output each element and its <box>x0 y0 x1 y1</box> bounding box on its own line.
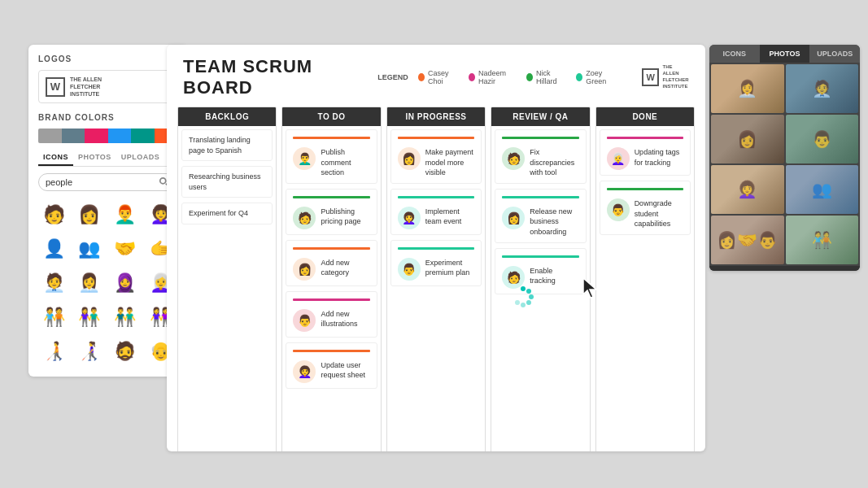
photo-7[interactable]: 👩‍🤝‍👨 <box>711 216 784 264</box>
card-bar-r-3 <box>502 255 578 258</box>
avatar-todo-1: 👨‍🦱 <box>293 147 316 170</box>
card-todo-3[interactable]: 👩Add new category <box>286 240 377 286</box>
card-text-todo-2: Publishing pricing page <box>321 207 369 227</box>
card-backlog-1[interactable]: Translating landing page to Spanish <box>181 129 273 161</box>
card-text-todo-4: Add new illustrations <box>321 309 369 329</box>
org-logo: W THE ALLENFLETCHERINSTITUTE <box>642 64 689 89</box>
card-todo-4[interactable]: 👨Add new illustrations <box>286 291 377 338</box>
logo-name: THE ALLENFLETCHERINSTITUTE <box>70 76 102 98</box>
right-panel-footer <box>709 266 860 271</box>
card-text-ip-1: Make payment model more visible <box>425 147 474 178</box>
board-header: TEAM SCRUM BOARD LEGEND Casey Choi Nadee… <box>167 45 705 107</box>
card-text-ip-2: Implement team event <box>425 207 474 227</box>
card-text-todo-3: Add new category <box>321 258 369 278</box>
card-text-backlog-2: Researching business users <box>189 172 265 192</box>
legend-zoey: Zoey Green <box>576 69 617 85</box>
photo-6[interactable]: 👥 <box>786 165 859 214</box>
card-todo-5[interactable]: 👩‍🦱Update user request sheet <box>286 342 377 389</box>
right-tab-photos[interactable]: PHOTOS <box>760 45 810 63</box>
photo-grid: 👩‍💼 🧑‍💼 👩 👨 👩‍🦱 👥 👩‍🤝‍👨 🧑‍🤝‍🧑 <box>709 63 860 266</box>
icon-person-5[interactable]: 🧑‍💼 <box>38 268 69 298</box>
col-done: DONE 👩‍🦳Updating tags for tracking 👨Down… <box>595 107 695 451</box>
photo-figure-6: 👥 <box>812 180 832 199</box>
card-review-2[interactable]: 👩Release new business onboarding <box>495 189 586 243</box>
photo-3[interactable]: 👩 <box>711 115 784 163</box>
search-box[interactable] <box>38 173 177 191</box>
col-review: REVIEW / QA 🧑Fix discrepancies with tool… <box>491 107 590 451</box>
photo-4[interactable]: 👨 <box>786 115 859 163</box>
tab-photos[interactable]: PHOTOS <box>73 150 116 166</box>
tab-icons[interactable]: ICONS <box>38 150 73 166</box>
tab-uploads[interactable]: UPLOADS <box>116 150 165 166</box>
legend-dot-casey <box>418 73 425 81</box>
legend-casey: Casey Choi <box>418 69 459 85</box>
svg-point-4 <box>529 294 534 299</box>
card-done-2[interactable]: 👨Downgrade student capabilities <box>600 181 691 235</box>
card-text-ip-3: Experiment premium plan <box>425 258 474 278</box>
logo-letter: W <box>46 77 65 97</box>
col-body-inprogress: 👩Make payment model more visible 👩‍🦱Impl… <box>387 126 485 451</box>
legend-dot-nick <box>526 73 533 81</box>
card-inprogress-3[interactable]: 👨Experiment premium plan <box>390 240 482 286</box>
legend-nadeem: Nadeem Hazir <box>469 69 517 85</box>
svg-point-2 <box>521 286 526 291</box>
icon-couple-3[interactable]: 👬 <box>110 302 141 333</box>
card-bar-ip-3 <box>398 247 474 250</box>
col-body-done: 👩‍🦳Updating tags for tracking 👨Downgrade… <box>596 126 694 451</box>
col-header-done: DONE <box>596 107 694 126</box>
photo-figure-4: 👨 <box>812 129 832 149</box>
card-backlog-3[interactable]: Experiment for Q4 <box>181 203 273 224</box>
org-letter: W <box>642 68 659 86</box>
card-text-r-1: Fix discrepancies with tool <box>530 147 578 178</box>
card-todo-2[interactable]: 🧑Publishing pricing page <box>286 189 377 235</box>
icon-couple-2[interactable]: 👫 <box>74 302 105 333</box>
photo-8[interactable]: 🧑‍🤝‍🧑 <box>786 216 859 264</box>
photo-figure-1: 👩‍💼 <box>737 79 757 98</box>
right-tab-uploads[interactable]: UPLOADS <box>809 45 860 63</box>
avatar-todo-5: 👩‍🦱 <box>293 360 316 383</box>
icon-person-2[interactable]: 👩 <box>74 199 105 230</box>
right-tab-icons[interactable]: ICONS <box>709 45 760 63</box>
brand-colors <box>38 129 177 143</box>
card-review-1[interactable]: 🧑Fix discrepancies with tool <box>495 129 586 184</box>
card-bar-d-2 <box>607 188 683 190</box>
icon-person-9[interactable]: 🧑‍🦯 <box>38 336 69 367</box>
search-input[interactable] <box>46 177 159 187</box>
card-bar-r-2 <box>502 196 578 198</box>
icon-silhouette-1[interactable]: 👤 <box>38 233 69 264</box>
legend-label: LEGEND <box>377 73 408 81</box>
icon-person-7[interactable]: 🧕 <box>110 268 141 298</box>
logos-label: LOGOS <box>38 54 177 63</box>
legend-name-nadeem: Nadeem Hazir <box>478 69 517 85</box>
photo-5[interactable]: 👩‍🦱 <box>711 165 784 214</box>
kanban-board: BACKLOG Translating landing page to Span… <box>167 107 705 451</box>
icon-person-3[interactable]: 👨‍🦰 <box>110 199 141 230</box>
color-swatch-teal <box>131 129 155 143</box>
icon-silhouette-2[interactable]: 👥 <box>74 233 105 264</box>
col-backlog: BACKLOG Translating landing page to Span… <box>177 107 277 451</box>
icon-person-10[interactable]: 👩‍🦯 <box>74 336 105 367</box>
card-inprogress-2[interactable]: 👩‍🦱Implement team event <box>390 189 482 235</box>
card-todo-1[interactable]: 👨‍🦱Publish comment section <box>286 129 377 184</box>
card-backlog-2[interactable]: Researching business users <box>181 166 273 198</box>
card-review-3[interactable]: 🧑Enable tracking <box>495 248 586 294</box>
icon-person-11[interactable]: 🧔 <box>110 336 141 367</box>
card-text-todo-1: Publish comment section <box>321 147 369 178</box>
legend-dot-zoey <box>576 73 582 81</box>
icon-couple-1[interactable]: 🧑‍🤝‍🧑 <box>38 302 69 333</box>
legend: LEGEND Casey Choi Nadeem Hazir Nick Hill… <box>377 69 617 85</box>
org-name: THE ALLENFLETCHERINSTITUTE <box>662 64 689 89</box>
card-bar-ip-2 <box>398 196 474 198</box>
card-done-1[interactable]: 👩‍🦳Updating tags for tracking <box>600 129 691 176</box>
icon-handshake[interactable]: 🤝 <box>110 233 141 264</box>
avatar-ip-2: 👩‍🦱 <box>398 207 421 229</box>
color-swatch-gray <box>38 129 62 143</box>
card-inprogress-1[interactable]: 👩Make payment model more visible <box>390 129 482 184</box>
photo-2[interactable]: 🧑‍💼 <box>786 64 859 113</box>
svg-point-0 <box>160 178 166 184</box>
photo-1[interactable]: 👩‍💼 <box>711 64 784 113</box>
icon-person-6[interactable]: 👩‍💼 <box>74 268 105 298</box>
icon-person-1[interactable]: 🧑 <box>38 199 69 230</box>
card-text-r-2: Release new business onboarding <box>530 207 578 237</box>
loading-spinner <box>511 285 535 309</box>
